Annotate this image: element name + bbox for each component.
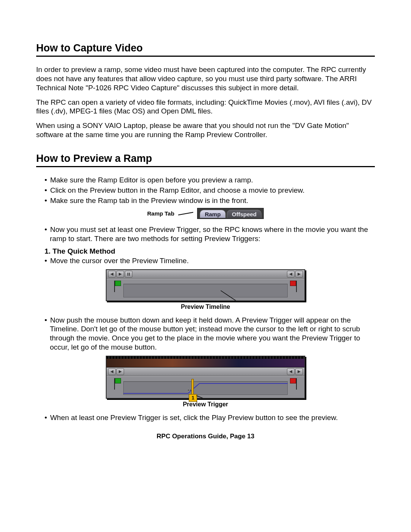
bullet-item: Move the cursor over the Preview Timelin… <box>36 256 375 265</box>
rule <box>36 56 375 57</box>
timeline-panel <box>106 269 305 301</box>
trigger-number: 1 <box>189 394 197 402</box>
step-back-icon[interactable] <box>108 368 116 375</box>
caption-preview-timeline: Preview Timeline <box>36 304 375 310</box>
tab-ramp[interactable]: Ramp <box>200 210 226 218</box>
heading-capture-video: How to Capture Video <box>36 42 375 54</box>
figure-preview-timeline <box>36 269 375 301</box>
play-icon[interactable] <box>116 271 124 278</box>
svg-rect-3 <box>129 273 130 276</box>
step-back-icon[interactable] <box>108 271 116 278</box>
svg-marker-8 <box>119 370 122 373</box>
para-capture-1: In order to preview a ramp, some video m… <box>36 65 375 92</box>
svg-marker-9 <box>289 370 292 373</box>
svg-marker-0 <box>110 273 113 276</box>
timeline-panel: 1 ↔ <box>106 356 305 399</box>
page-footer: RPC Operations Guide, Page 13 <box>36 433 375 440</box>
step-forward-icon[interactable] <box>295 271 303 278</box>
play-icon[interactable] <box>116 368 124 375</box>
svg-marker-7 <box>110 370 113 373</box>
svg-marker-5 <box>298 273 301 276</box>
tab-offspeed[interactable]: Offspeed <box>227 210 261 218</box>
leader-line <box>178 212 193 215</box>
bullet-item: Now you must set at least one Preview Tr… <box>36 225 375 243</box>
move-cursor-icon: ↔ <box>186 387 193 393</box>
ramp-tab-label: Ramp Tab <box>147 210 174 217</box>
para-capture-2: The RPC can open a variety of video file… <box>36 98 375 116</box>
svg-line-11 <box>196 396 236 398</box>
in-point-flag[interactable] <box>114 281 121 288</box>
tab-panel: Ramp Offspeed <box>197 208 264 219</box>
heading-preview-ramp: How to Preview a Ramp <box>36 152 375 165</box>
out-point-flag[interactable] <box>290 281 297 288</box>
bullet-list-3: Move the cursor over the Preview Timelin… <box>36 256 375 265</box>
bullet-item: Now push the mouse button down and keep … <box>36 316 375 352</box>
bullet-list-5: When at least one Preview Trigger is set… <box>36 413 375 422</box>
out-point-flag[interactable] <box>290 378 297 385</box>
bullet-list-4: Now push the mouse button down and keep … <box>36 316 375 352</box>
bullet-list-1: Make sure the Ramp Editor is open before… <box>36 176 375 205</box>
in-point-flag[interactable] <box>114 378 121 385</box>
timeline-track[interactable] <box>123 381 288 395</box>
bullet-item: Make sure the Ramp tab in the Preview wi… <box>36 196 375 205</box>
rule <box>36 166 375 167</box>
pause-icon[interactable] <box>125 271 132 278</box>
preview-timeline-track[interactable] <box>107 279 304 300</box>
bullet-item: Make sure the Ramp Editor is open before… <box>36 176 375 185</box>
timeline-scrollbar[interactable] <box>107 270 304 279</box>
bullet-item: When at least one Preview Trigger is set… <box>36 413 375 422</box>
filmstrip <box>107 356 304 367</box>
bullet-item: Click on the Preview button in the Ramp … <box>36 186 375 195</box>
para-capture-3: When using a SONY VAIO Laptop, please be… <box>36 121 375 139</box>
figure-preview-trigger: 1 ↔ <box>36 356 375 399</box>
ramp-tab-figure: Ramp Tab Ramp Offspeed <box>36 208 375 219</box>
bullet-list-2: Now you must set at least one Preview Tr… <box>36 225 375 243</box>
step-back-icon[interactable] <box>287 271 295 278</box>
svg-rect-2 <box>127 273 128 276</box>
timeline-track[interactable] <box>123 284 288 297</box>
step-forward-icon[interactable] <box>295 368 303 375</box>
preview-timeline-track[interactable]: 1 ↔ <box>107 376 304 398</box>
svg-marker-4 <box>289 273 292 276</box>
svg-marker-1 <box>119 273 122 276</box>
timeline-scrollbar[interactable] <box>107 367 304 376</box>
svg-marker-10 <box>298 370 301 373</box>
step-back-icon[interactable] <box>287 368 295 375</box>
subheading-quick-method: 1. The Quick Method <box>45 247 375 256</box>
caption-preview-trigger: Preview Trigger <box>36 401 375 408</box>
